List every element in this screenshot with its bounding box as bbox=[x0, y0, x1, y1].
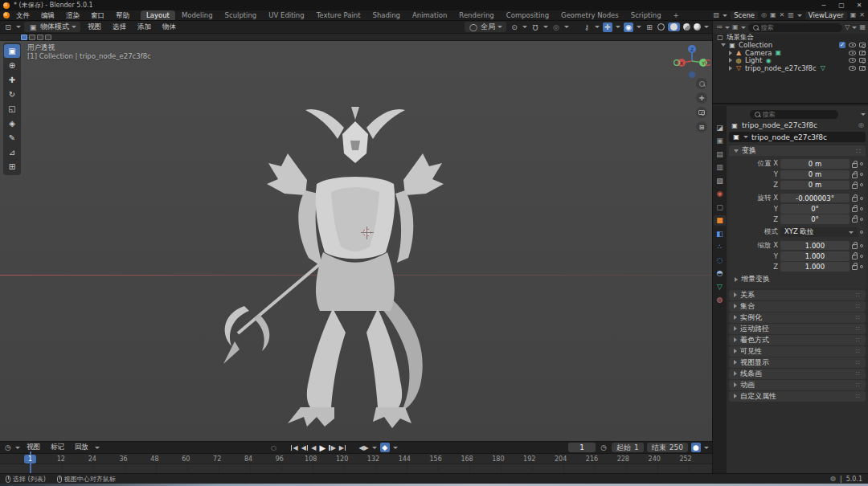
delta-transform-row[interactable]: 增量变换 bbox=[731, 272, 863, 284]
object-visibility-icon[interactable]: ⚷ bbox=[582, 22, 592, 32]
tab-physics[interactable]: ◌ bbox=[714, 255, 726, 265]
shading-solid-active[interactable] bbox=[668, 22, 680, 31]
scene-browse-chevron-icon[interactable] bbox=[723, 14, 727, 17]
workspace-tab-add[interactable]: + bbox=[668, 10, 685, 20]
workspace-tab-layout[interactable]: Layout bbox=[141, 10, 175, 20]
scale-x-animate-dot[interactable] bbox=[860, 244, 863, 247]
tool-cursor[interactable]: ⊕ bbox=[4, 59, 20, 72]
menu-help[interactable]: 帮助 bbox=[111, 10, 134, 20]
workspace-tab-scripting[interactable]: Scripting bbox=[625, 10, 667, 20]
jump-to-start-button[interactable]: ◀ bbox=[291, 444, 298, 451]
tool-measure[interactable]: ⊿ bbox=[4, 145, 20, 159]
section-relations[interactable]: 关系∷ bbox=[729, 290, 866, 300]
tool-annotate[interactable]: ✎ bbox=[4, 131, 20, 145]
location-z-field[interactable]: 0 m bbox=[780, 181, 850, 190]
timeline-menu-marker[interactable]: 标记 bbox=[47, 443, 68, 452]
ortho-grid-icon[interactable]: ⊞ bbox=[696, 121, 707, 133]
scale-x-lock-icon[interactable] bbox=[852, 244, 858, 249]
scene-unlink-icon[interactable]: ✕ bbox=[780, 12, 785, 18]
pan-hand-icon[interactable]: ✛ bbox=[696, 92, 707, 104]
tool-scale[interactable]: ◱ bbox=[4, 102, 20, 116]
tab-object-data[interactable]: ▽ bbox=[714, 281, 726, 292]
rotation-x-field[interactable]: -0.000003° bbox=[780, 194, 850, 203]
tab-scene[interactable]: ▧ bbox=[714, 175, 726, 186]
rotation-x-lock-icon[interactable] bbox=[852, 197, 858, 202]
zoom-icon[interactable] bbox=[696, 78, 707, 89]
overlays-chevron-icon[interactable] bbox=[637, 26, 641, 28]
show-overlays-icon[interactable]: ◉ bbox=[624, 22, 633, 32]
extensions-update-icon[interactable]: ◍ bbox=[830, 476, 836, 482]
tab-constraints[interactable]: ◓ bbox=[714, 268, 726, 279]
properties-search[interactable] bbox=[750, 110, 838, 119]
tool-transform[interactable]: ◈ bbox=[4, 116, 20, 130]
workspace-tab-shading[interactable]: Shading bbox=[366, 10, 406, 20]
location-x-lock-icon[interactable] bbox=[852, 163, 858, 168]
scale-y-field[interactable]: 1.000 bbox=[780, 251, 850, 261]
pivot-chevron-icon[interactable] bbox=[522, 26, 527, 28]
frame-step-chevron-icon[interactable] bbox=[372, 447, 377, 449]
menu-window[interactable]: 窗口 bbox=[86, 10, 109, 20]
play-button[interactable]: ▶ bbox=[319, 443, 326, 452]
scale-z-animate-dot[interactable] bbox=[860, 265, 863, 268]
select-mode-set-icon[interactable] bbox=[21, 35, 27, 40]
proportional-editing-icon[interactable]: ◎ bbox=[551, 22, 561, 32]
frame-step-icon[interactable]: ◀▶ bbox=[358, 444, 368, 451]
tool-rotate[interactable]: ↻ bbox=[4, 88, 20, 101]
rotation-y-animate-dot[interactable] bbox=[860, 207, 863, 210]
jump-to-end-button[interactable]: ▶ bbox=[339, 444, 346, 451]
section-motion-paths[interactable]: 运动路径∷ bbox=[729, 324, 866, 334]
section-line-art[interactable]: 线条画∷ bbox=[729, 369, 866, 379]
maximize-button[interactable]: ▢ bbox=[833, 0, 850, 10]
gizmo-chevron-icon[interactable] bbox=[616, 26, 620, 28]
show-gizmo-icon[interactable]: ✛ bbox=[603, 22, 612, 32]
tab-collection[interactable]: ▢ bbox=[714, 202, 726, 212]
workspace-tab-modeling[interactable]: Modeling bbox=[176, 10, 219, 20]
outliner-search[interactable] bbox=[748, 23, 843, 32]
rotation-mode-dropdown[interactable]: XYZ 欧拉 bbox=[780, 227, 858, 237]
collection-expand-icon[interactable] bbox=[721, 43, 726, 47]
collection-checkbox[interactable]: ✓ bbox=[839, 42, 845, 48]
timeline-menu-view[interactable]: 视图 bbox=[23, 443, 44, 452]
model-tripo-node[interactable] bbox=[211, 104, 476, 433]
shading-chevron-icon[interactable] bbox=[704, 26, 709, 28]
viewport-menu-add[interactable]: 添加 bbox=[133, 22, 155, 32]
camera-view-icon[interactable] bbox=[696, 107, 707, 118]
collection-hide-eye-icon[interactable] bbox=[849, 43, 856, 47]
outliner-row-tripo-node[interactable]: ▽ tripo_node_e27c3f8c ▽ bbox=[713, 64, 868, 72]
blender-menu-icon[interactable] bbox=[3, 12, 10, 18]
shading-rendered-icon[interactable] bbox=[694, 23, 701, 31]
rotation-z-lock-icon[interactable] bbox=[852, 218, 858, 223]
light-hide-eye-icon[interactable] bbox=[849, 58, 856, 63]
rotation-y-field[interactable]: 0° bbox=[780, 204, 850, 214]
scale-y-lock-icon[interactable] bbox=[852, 255, 858, 259]
select-mode-invert-icon[interactable] bbox=[45, 35, 51, 40]
tab-world[interactable]: ◉ bbox=[714, 189, 726, 199]
outliner-row-collection[interactable]: ▣ Collection ✓ bbox=[713, 42, 868, 50]
outliner-row-light[interactable]: ◍ Light ◉ bbox=[713, 57, 868, 65]
workspace-tab-geometry-nodes[interactable]: Geometry Nodes bbox=[555, 10, 624, 20]
timeline-tracks[interactable] bbox=[0, 464, 712, 473]
viewlayer-browse-chevron-icon[interactable] bbox=[797, 14, 802, 17]
prev-keyframe-button[interactable]: ◀ bbox=[301, 444, 309, 451]
clock-icon[interactable]: ◷ bbox=[599, 443, 608, 452]
frame-start-field[interactable]: 起始 1 bbox=[612, 443, 644, 452]
workspace-tab-compositing[interactable]: Compositing bbox=[501, 10, 555, 20]
tool-select-box[interactable]: ▣ bbox=[4, 44, 20, 58]
light-render-icon[interactable] bbox=[859, 58, 866, 63]
play-reverse-button[interactable]: ◀ bbox=[311, 444, 316, 451]
rotation-z-animate-dot[interactable] bbox=[860, 218, 863, 221]
timeline-menu-playback[interactable]: 回放 bbox=[71, 443, 92, 452]
properties-search-input[interactable] bbox=[763, 111, 833, 118]
outliner-id-chevron-icon[interactable] bbox=[741, 27, 746, 29]
transform-orientation-selector[interactable]: ◯ 全局 bbox=[465, 22, 506, 32]
tripo-node-hide-eye-icon[interactable] bbox=[849, 66, 856, 71]
outliner-row-camera[interactable]: ▲ Camera ▣ bbox=[713, 49, 868, 57]
location-x-field[interactable]: 0 m bbox=[780, 159, 850, 169]
snap-chevron-icon[interactable] bbox=[543, 26, 548, 28]
auto-keying-icon[interactable]: ● bbox=[691, 443, 701, 452]
pin-icon[interactable]: ◎ bbox=[858, 122, 864, 129]
section-collections[interactable]: 集合∷ bbox=[729, 301, 866, 312]
viewlayer-remove-icon[interactable]: ✕ bbox=[859, 12, 865, 18]
location-z-lock-icon[interactable] bbox=[852, 184, 858, 189]
editor-type-icon[interactable]: ⊡ bbox=[3, 22, 13, 32]
